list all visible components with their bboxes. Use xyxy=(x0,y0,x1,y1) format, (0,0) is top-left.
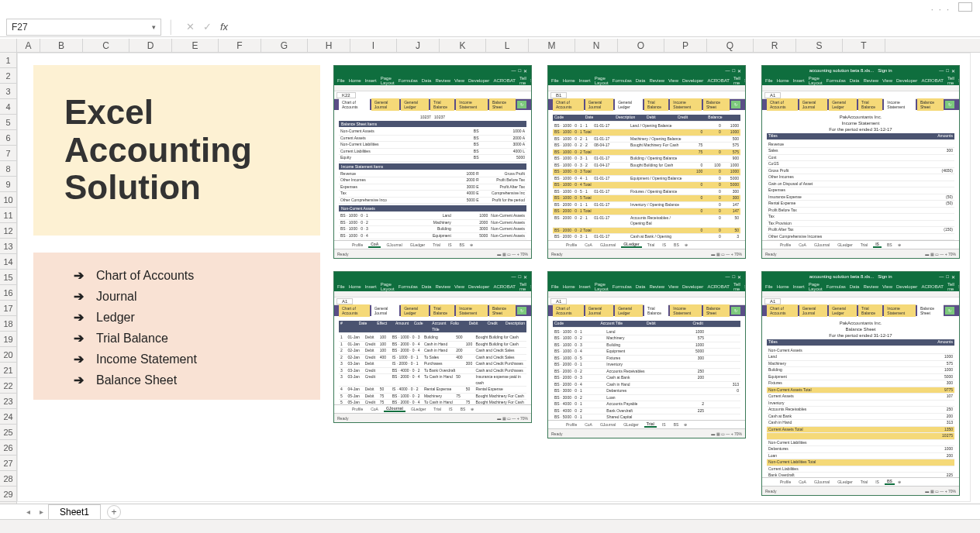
row-header-28[interactable]: 28 xyxy=(0,471,16,487)
column-header-B[interactable]: B xyxy=(40,39,83,52)
title-line-1: Excel xyxy=(64,94,320,131)
row-header-20[interactable]: 20 xyxy=(0,347,16,363)
column-header-A[interactable]: A xyxy=(17,39,40,52)
excel-thumbnail: —□✕FileHomeInsertPage LayoutFormulasData… xyxy=(547,271,746,438)
column-header-E[interactable]: E xyxy=(172,39,219,52)
status-bar xyxy=(0,519,980,533)
window-controls-dots: · · · xyxy=(931,5,951,14)
row-headers: 1234567891011121314151617181920212223242… xyxy=(0,53,17,504)
arrow-right-icon: ➔ xyxy=(74,289,84,304)
window-maximize-icon[interactable] xyxy=(958,2,972,12)
excel-thumbnail: —□✕FileHomeInsertPage LayoutFormulasData… xyxy=(547,65,746,259)
sheet-nav-next[interactable]: ▸ xyxy=(40,507,43,516)
select-all-triangle[interactable] xyxy=(0,39,17,53)
row-header-25[interactable]: 25 xyxy=(0,425,16,440)
sheet-tab-bar: ◂ ▸ Sheet1 + xyxy=(0,504,980,519)
feature-item: ➔Chart of Accounts xyxy=(74,268,312,283)
column-headers: ABCDEFGHIJKLMNOPQRST xyxy=(17,39,980,53)
column-header-C[interactable]: C xyxy=(83,39,129,52)
row-header-15[interactable]: 15 xyxy=(0,270,16,285)
row-header-17[interactable]: 17 xyxy=(0,301,16,316)
feature-item: ➔Balance Sheet xyxy=(74,373,312,387)
excel-thumbnail: accounting solution beta 8.xls... Sign i… xyxy=(761,65,960,259)
feature-label: Journal xyxy=(96,290,136,304)
excel-thumbnail: accounting solution beta 8.xls... Sign i… xyxy=(761,271,960,496)
row-header-1[interactable]: 1 xyxy=(0,53,16,68)
row-header-8[interactable]: 8 xyxy=(0,161,16,177)
row-header-12[interactable]: 12 xyxy=(0,223,16,239)
separator: │ xyxy=(167,20,175,34)
column-header-P[interactable]: P xyxy=(664,39,707,52)
arrow-right-icon: ➔ xyxy=(74,331,84,346)
row-header-3[interactable]: 3 xyxy=(0,84,16,99)
row-header-6[interactable]: 6 xyxy=(0,130,16,146)
row-header-7[interactable]: 7 xyxy=(0,146,16,161)
column-header-I[interactable]: I xyxy=(350,39,397,52)
sheet-tab-active[interactable]: Sheet1 xyxy=(48,504,101,521)
row-header-27[interactable]: 27 xyxy=(0,456,16,471)
column-header-O[interactable]: O xyxy=(618,39,664,52)
formula-input[interactable] xyxy=(233,19,980,36)
column-header-D[interactable]: D xyxy=(129,39,172,52)
feature-label: Income Statement xyxy=(96,352,197,366)
column-header-R[interactable]: R xyxy=(754,39,796,52)
feature-item: ➔Ledger xyxy=(74,310,312,325)
column-header-J[interactable]: J xyxy=(397,39,440,52)
title-block: Excel Accounting Solution xyxy=(33,65,320,236)
row-header-2[interactable]: 2 xyxy=(0,68,16,84)
name-box-value: F27 xyxy=(12,22,28,33)
row-header-29[interactable]: 29 xyxy=(0,487,16,502)
column-header-F[interactable]: F xyxy=(219,39,261,52)
row-header-26[interactable]: 26 xyxy=(0,440,16,456)
worksheet-grid[interactable]: Excel Accounting Solution ➔Chart of Acco… xyxy=(17,53,980,504)
column-header-L[interactable]: L xyxy=(486,39,529,52)
row-header-14[interactable]: 14 xyxy=(0,254,16,270)
row-header-4[interactable]: 4 xyxy=(0,99,16,115)
excel-thumbnail: —□✕FileHomeInsertPage LayoutFormulasData… xyxy=(333,65,532,259)
arrow-right-icon: ➔ xyxy=(74,310,84,325)
formula-bar: F27 ▾ │ ✕ ✓ fx xyxy=(0,17,980,37)
feature-item: ➔Income Statement xyxy=(74,352,312,366)
row-header-13[interactable]: 13 xyxy=(0,239,16,254)
row-header-10[interactable]: 10 xyxy=(0,192,16,208)
column-header-G[interactable]: G xyxy=(261,39,308,52)
feature-label: Ledger xyxy=(96,311,135,325)
row-header-22[interactable]: 22 xyxy=(0,378,16,394)
name-box[interactable]: F27 ▾ xyxy=(6,19,161,36)
row-header-18[interactable]: 18 xyxy=(0,316,16,332)
feature-item: ➔Journal xyxy=(74,289,312,304)
arrow-right-icon: ➔ xyxy=(74,268,84,283)
row-header-19[interactable]: 19 xyxy=(0,332,16,347)
accept-formula-button[interactable]: ✓ xyxy=(198,19,216,36)
row-header-9[interactable]: 9 xyxy=(0,177,16,192)
fx-icon[interactable]: fx xyxy=(220,21,228,33)
column-header-M[interactable]: M xyxy=(529,39,575,52)
title-line-2: Accounting xyxy=(64,132,320,169)
sheet-nav-prev[interactable]: ◂ xyxy=(26,507,30,516)
title-line-3: Solution xyxy=(64,169,320,206)
row-header-21[interactable]: 21 xyxy=(0,363,16,378)
cancel-formula-button[interactable]: ✕ xyxy=(181,19,198,36)
row-header-11[interactable]: 11 xyxy=(0,208,16,223)
column-header-T[interactable]: T xyxy=(843,39,885,52)
chevron-down-icon[interactable]: ▾ xyxy=(152,23,156,31)
feature-label: Chart of Accounts xyxy=(96,269,194,283)
column-header-Q[interactable]: Q xyxy=(707,39,754,52)
column-header-K[interactable]: K xyxy=(440,39,486,52)
column-header-N[interactable]: N xyxy=(575,39,618,52)
column-header-S[interactable]: S xyxy=(796,39,843,52)
row-header-23[interactable]: 23 xyxy=(0,394,16,409)
column-header-H[interactable]: H xyxy=(308,39,350,52)
row-header-16[interactable]: 16 xyxy=(0,285,16,301)
add-sheet-button[interactable]: + xyxy=(107,505,121,519)
row-header-5[interactable]: 5 xyxy=(0,115,16,130)
feature-item: ➔Trial Balance xyxy=(74,331,312,346)
row-header-24[interactable]: 24 xyxy=(0,409,16,425)
feature-list: ➔Chart of Accounts➔Journal➔Ledger➔Trial … xyxy=(33,253,320,400)
arrow-right-icon: ➔ xyxy=(74,373,84,387)
arrow-right-icon: ➔ xyxy=(74,352,84,366)
feature-label: Trial Balance xyxy=(96,332,168,346)
excel-thumbnail: —□✕FileHomeInsertPage LayoutFormulasData… xyxy=(333,271,532,423)
feature-label: Balance Sheet xyxy=(96,373,177,387)
